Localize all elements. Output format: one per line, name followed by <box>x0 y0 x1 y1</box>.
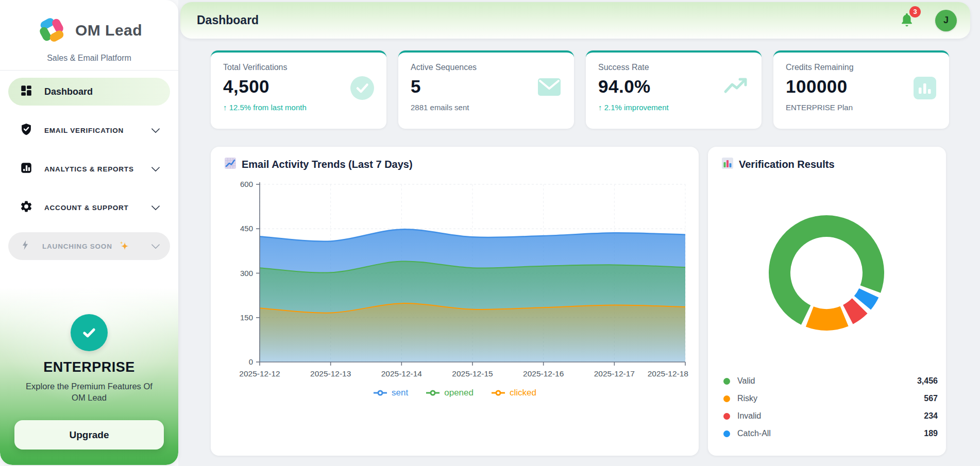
svg-text:300: 300 <box>240 269 253 278</box>
shield-check-icon <box>20 123 33 138</box>
email-trends-panel: Email Activity Trends (Last 7 Days) 0150… <box>211 147 699 456</box>
email-trends-title: Email Activity Trends (Last 7 Days) <box>211 147 699 172</box>
legend-item-opened[interactable]: opened <box>426 388 474 398</box>
bar-chart-emoji-icon <box>721 157 734 172</box>
stat-sub: 2881 emails sent <box>411 103 562 112</box>
sidebar-item-analytics-reports[interactable]: ANALYTICS & REPORTS <box>8 155 170 183</box>
verification-donut-chart <box>708 177 946 367</box>
svg-text:2025-12-12: 2025-12-12 <box>239 369 280 378</box>
svg-text:600: 600 <box>240 180 253 188</box>
bolt-icon <box>20 238 31 254</box>
chart-increasing-icon <box>224 157 236 172</box>
promo-plan-name: ENTERPRISE <box>0 359 178 375</box>
invalid-dot <box>723 413 730 420</box>
catch-all-dot <box>723 430 730 437</box>
legend-marker <box>373 389 387 396</box>
page-title: Dashboard <box>197 13 259 27</box>
sidebar-item-launching-soon[interactable]: LAUNCHING SOON <box>8 232 170 260</box>
verification-results-title-text: Verification Results <box>739 159 835 170</box>
sidebar-item-label: ANALYTICS & REPORTS <box>44 165 134 173</box>
brand-name: OM Lead <box>75 22 142 39</box>
chevron-down-icon <box>151 163 160 172</box>
sidebar-item-label: LAUNCHING SOON <box>42 243 112 250</box>
legend-item-sent[interactable]: sent <box>373 388 408 398</box>
sidebar-item-label: Dashboard <box>44 87 93 97</box>
email-trends-title-text: Email Activity Trends (Last 7 Days) <box>242 159 413 170</box>
chevron-down-icon <box>151 202 160 211</box>
valid-dot <box>723 378 730 385</box>
header-bar: Dashboard 3 J <box>180 2 970 39</box>
brand: OM Lead <box>0 0 178 49</box>
promo-description: Explore the Premium Features Of OM Lead <box>20 381 159 404</box>
svg-text:2025-12-16: 2025-12-16 <box>523 369 564 378</box>
avatar[interactable]: J <box>935 10 957 31</box>
sparkles-icon <box>117 239 131 253</box>
pinwheel-logo <box>36 13 68 47</box>
legend-marker <box>426 389 440 396</box>
legend-row-catch-all: Catch-All 189 <box>723 425 938 442</box>
stat-card-active-sequences: Active Sequences 5 2881 emails sent <box>398 50 574 129</box>
stat-label: Total Verifications <box>223 63 374 72</box>
svg-text:2025-12-15: 2025-12-15 <box>452 369 493 378</box>
sidebar-item-account-support[interactable]: ACCOUNT & SUPPORT <box>8 194 170 221</box>
stat-sub: ↑ 12.5% from last month <box>223 103 374 112</box>
stat-card-success-rate: Success Rate 94.0% ↑ 2.1% improvement <box>586 50 762 129</box>
chevron-down-icon <box>151 125 160 133</box>
sidebar-item-dashboard[interactable]: Dashboard <box>8 78 170 106</box>
check-circle-icon <box>71 314 108 351</box>
notification-badge: 3 <box>909 6 921 18</box>
svg-text:2025-12-13: 2025-12-13 <box>310 369 351 378</box>
stat-card-credits-remaining: Credits Remaining 100000 ENTERPRISE Plan <box>773 50 949 129</box>
legend-row-valid: Valid 3,456 <box>723 372 938 390</box>
sidebar-item-email-verification[interactable]: EMAIL VERIFICATION <box>8 116 170 144</box>
legend-marker <box>491 389 505 396</box>
bar-chart-icon <box>913 76 937 102</box>
stat-label: Success Rate <box>598 63 749 72</box>
gear-icon <box>20 200 33 215</box>
legend-item-clicked[interactable]: clicked <box>491 388 536 398</box>
stat-card-total-verifications: Total Verifications 4,500 ↑ 12.5% from l… <box>211 50 386 129</box>
svg-text:0: 0 <box>249 357 253 366</box>
email-trends-chart: 01503004506002025-12-122025-12-132025-12… <box>216 176 694 392</box>
trend-legend: sent opened clicked <box>211 388 699 398</box>
sidebar-item-label: ACCOUNT & SUPPORT <box>44 204 129 212</box>
verification-results-panel: Verification Results Valid 3,456 Risky 5… <box>708 147 946 456</box>
verification-results-title: Verification Results <box>708 147 946 172</box>
svg-text:450: 450 <box>240 224 253 233</box>
bell-icon <box>899 21 915 29</box>
risky-dot <box>723 395 730 402</box>
stat-sub: ↑ 2.1% improvement <box>598 103 749 112</box>
dashboard-grid-icon <box>20 84 33 99</box>
sidebar: OM Lead Sales & Email Platform Dashboard… <box>0 0 178 465</box>
notifications-button[interactable]: 3 <box>899 11 915 30</box>
stat-label: Credits Remaining <box>786 63 937 72</box>
header-actions: 3 J <box>899 10 957 31</box>
svg-text:2025-12-18: 2025-12-18 <box>648 369 688 378</box>
trending-up-icon <box>723 76 749 98</box>
legend-row-invalid: Invalid 234 <box>723 407 938 425</box>
chevron-down-icon <box>151 240 160 249</box>
donut-legend: Valid 3,456 Risky 567 Invalid 234 Catch-… <box>723 372 938 442</box>
envelope-icon <box>537 76 562 100</box>
check-circle-icon <box>350 76 374 102</box>
sidebar-item-label: EMAIL VERIFICATION <box>44 127 124 134</box>
legend-row-risky: Risky 567 <box>723 390 938 407</box>
svg-text:2025-12-17: 2025-12-17 <box>594 369 635 378</box>
svg-text:2025-12-14: 2025-12-14 <box>381 369 423 378</box>
brand-tagline: Sales & Email Platform <box>0 49 178 70</box>
enterprise-promo: ENTERPRISE Explore the Premium Features … <box>0 287 178 465</box>
upgrade-button[interactable]: Upgrade <box>14 420 164 450</box>
svg-text:150: 150 <box>240 313 253 322</box>
stat-sub: ENTERPRISE Plan <box>786 103 937 112</box>
bar-chart-icon <box>20 161 33 177</box>
sidebar-nav: Dashboard EMAIL VERIFICATION <box>0 71 178 260</box>
stat-label: Active Sequences <box>411 63 562 72</box>
